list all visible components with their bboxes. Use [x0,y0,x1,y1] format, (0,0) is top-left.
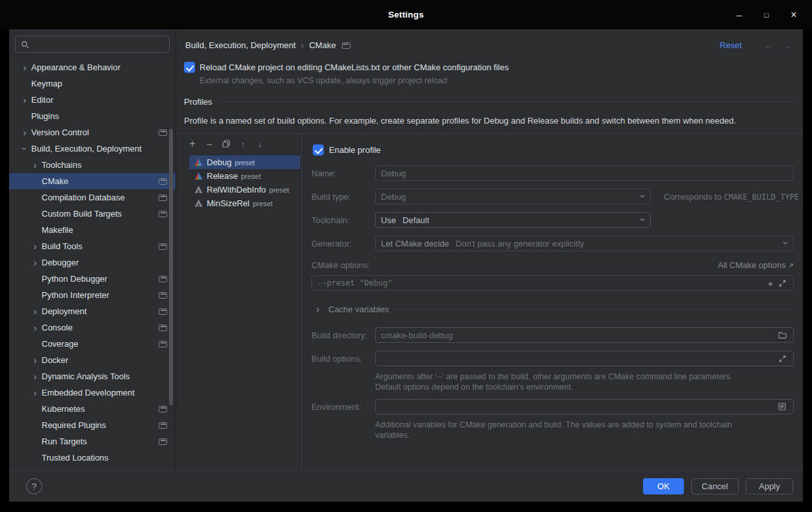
chevron-down-icon[interactable] [18,144,31,154]
build-directory-input[interactable] [381,328,776,342]
sidebar-scrollbar[interactable] [169,129,173,405]
chevron-right-icon[interactable] [29,160,42,170]
search-box[interactable] [15,36,170,53]
build-type-select[interactable]: Debug [375,189,651,204]
help-button[interactable]: ? [26,478,42,494]
move-up-icon[interactable]: ↑ [238,139,248,149]
cache-variables-toggle[interactable]: Cache variables [311,304,794,314]
chevron-right-icon [311,304,324,314]
sidebar-item-dynamic-analysis-tools[interactable]: Dynamic Analysis Tools [9,368,176,384]
project-level-icon [159,422,167,429]
cmake-logo-icon [194,199,203,208]
all-cmake-options-link[interactable]: All CMake options↗ [718,260,794,270]
generator-label: Generator: [311,239,375,249]
chevron-right-icon[interactable] [29,388,42,398]
reset-button[interactable]: Reset [720,40,742,50]
toolchain-select[interactable]: UseDefault [375,212,651,228]
sidebar-item-deployment[interactable]: Deployment [9,303,176,319]
sidebar-item-editor[interactable]: Editor [9,92,176,108]
sidebar-item-kubernetes[interactable]: Kubernetes [9,401,176,417]
chevron-right-icon[interactable] [29,241,42,252]
cache-variables-label: Cache variables [328,304,389,314]
reload-cmake-label: Reload CMake project on editing CMakeLis… [200,62,508,72]
build-options-input[interactable] [381,351,776,366]
breadcrumb-item-build-execution-deployment[interactable]: Build, Execution, Deployment [185,40,296,50]
remove-profile-icon[interactable]: − [204,139,215,149]
profile-item-release[interactable]: Releasepreset [189,169,300,183]
sidebar-item-python-debugger[interactable]: Python Debugger [9,271,176,287]
build-options-help-line2: Default options depend on the toolchain'… [375,382,794,392]
apply-button[interactable]: Apply [746,478,793,494]
chevron-right-icon[interactable] [29,258,42,268]
sidebar-item-embedded-development[interactable]: Embedded Development [9,384,176,401]
chevron-right-icon[interactable] [18,62,31,73]
sidebar-item-python-interpreter[interactable]: Python Interpreter [9,287,176,303]
build-directory-field [375,327,794,343]
sidebar-item-label: Makefile [42,225,73,235]
environment-input[interactable] [381,399,776,414]
copy-profile-icon[interactable] [221,139,231,149]
chevron-spacer [29,274,42,284]
folder-icon[interactable] [776,332,788,339]
minimize-icon[interactable]: – [734,9,744,20]
profile-item-relwithdebinfo[interactable]: RelWithDebInfopreset [189,183,300,196]
project-level-icon [159,438,167,445]
sidebar-item-build-tools[interactable]: Build Tools [9,238,176,254]
profile-item-minsizerel[interactable]: MinSizeRelpreset [189,196,300,210]
add-option-icon[interactable]: + [765,278,776,289]
sidebar-item-run-targets[interactable]: Run Targets [9,433,176,450]
variables-list-icon[interactable] [776,403,788,411]
sidebar-item-label: Embedded Development [42,388,135,397]
back-arrow-icon[interactable]: ← [764,40,774,51]
sidebar-item-console[interactable]: Console [9,319,176,336]
chevron-spacer [29,404,42,414]
sidebar-item-version-control[interactable]: Version Control [9,124,176,141]
expand-editor-icon[interactable] [776,355,788,362]
sidebar-item-build-execution-deployment[interactable]: Build, Execution, Deployment [9,141,176,157]
sidebar-item-required-plugins[interactable]: Required Plugins [9,417,176,433]
chevron-right-icon[interactable] [29,306,42,317]
sidebar-item-debugger[interactable]: Debugger [9,254,176,271]
add-profile-icon[interactable]: + [187,139,198,149]
project-level-icon [342,42,350,49]
expand-editor-icon[interactable] [776,280,788,287]
sidebar-item-makefile[interactable]: Makefile [9,222,176,238]
sidebar-item-cmake[interactable]: CMake [9,173,176,189]
sidebar-item-keymap[interactable]: Keymap [9,75,176,92]
sidebar-item-label: Deployment [42,306,86,316]
cancel-button[interactable]: Cancel [691,478,739,494]
chevron-right-icon[interactable] [29,371,42,382]
generator-select[interactable]: Let CMake decideDon't pass any generator… [375,236,794,251]
move-down-icon[interactable]: ↓ [255,139,265,149]
sidebar-item-plugins[interactable]: Plugins [9,108,176,124]
breadcrumb-item-cmake[interactable]: CMake [309,40,335,50]
chevron-spacer [29,453,42,463]
sidebar-item-compilation-database[interactable]: Compilation Database [9,189,176,206]
sidebar-item-toolchains[interactable]: Toolchains [9,157,176,173]
chevron-spacer [29,209,42,219]
cmake-options-input[interactable] [317,276,765,290]
maximize-icon[interactable]: □ [761,11,772,19]
sidebar-item-trusted-locations[interactable]: Trusted Locations [9,450,176,466]
chevron-right-icon[interactable] [18,128,31,138]
reload-cmake-checkbox[interactable] [184,62,195,73]
enable-profile-checkbox[interactable] [313,144,324,155]
build-options-label: Build options: [311,354,375,364]
ok-button[interactable]: OK [643,478,684,494]
sidebar-item-custom-build-targets[interactable]: Custom Build Targets [9,206,176,222]
chevron-right-icon[interactable] [29,355,42,366]
chevron-right-icon[interactable] [18,95,31,105]
name-input[interactable] [381,166,788,180]
build-options-help-line1: Arguments after '--' are passed to the b… [375,371,794,382]
sidebar-item-label: Keymap [31,79,62,88]
sidebar-item-label: Kubernetes [42,404,85,414]
sidebar-item-coverage[interactable]: Coverage [9,336,176,352]
chevron-right-icon[interactable] [29,323,42,333]
forward-arrow-icon[interactable]: → [783,40,792,51]
profile-item-debug[interactable]: Debugpreset [189,155,300,169]
close-icon[interactable]: × [789,9,799,21]
sidebar-item-appearance-behavior[interactable]: Appearance & Behavior [9,59,176,75]
cmake-logo-icon [194,158,203,167]
sidebar-item-docker[interactable]: Docker [9,352,176,368]
search-input[interactable] [33,40,164,49]
